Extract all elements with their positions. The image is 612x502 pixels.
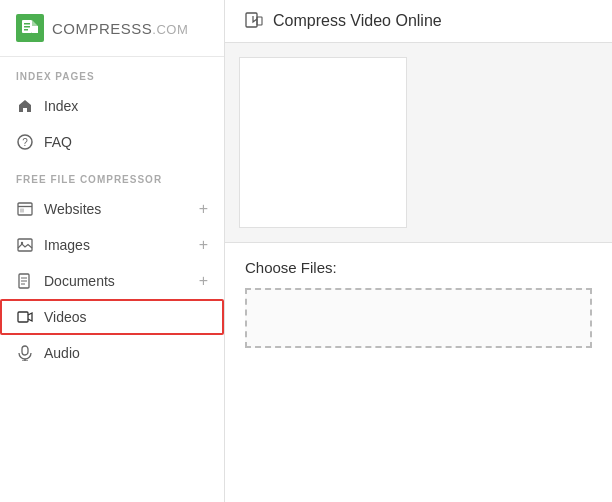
svg-rect-3	[32, 26, 38, 33]
choose-files-section: Choose Files:	[225, 243, 612, 364]
sidebar-item-audio[interactable]: Audio	[0, 335, 224, 371]
audio-icon	[16, 344, 34, 362]
sidebar-item-faq[interactable]: ? FAQ	[0, 124, 224, 160]
svg-rect-23	[257, 17, 262, 25]
logo-icon	[16, 14, 44, 42]
main-title: Compress Video Online	[273, 12, 442, 30]
svg-text:?: ?	[22, 137, 28, 148]
help-icon: ?	[16, 133, 34, 151]
sidebar-item-videos[interactable]: Videos	[0, 299, 224, 335]
preview-box-left	[239, 57, 407, 228]
sidebar-item-websites[interactable]: Websites +	[0, 191, 224, 227]
sidebar: COMPRESSS.COM INDEX PAGES Index ? FAQ FR…	[0, 0, 225, 502]
svg-rect-5	[24, 26, 30, 28]
documents-label: Documents	[44, 273, 115, 289]
documents-expand-icon[interactable]: +	[199, 272, 208, 290]
sidebar-item-images[interactable]: Images +	[0, 227, 224, 263]
video-file-icon	[245, 12, 263, 30]
svg-rect-11	[20, 209, 24, 213]
logo-main-text: COMPRESSS	[52, 20, 152, 37]
documents-icon	[16, 272, 34, 290]
preview-box-right	[417, 57, 598, 228]
audio-label: Audio	[44, 345, 80, 361]
preview-area	[225, 43, 612, 243]
websites-expand-icon[interactable]: +	[199, 200, 208, 218]
logo-area: COMPRESSS.COM	[0, 0, 224, 57]
videos-label: Videos	[44, 309, 87, 325]
sidebar-item-index[interactable]: Index	[0, 88, 224, 124]
main-content: Compress Video Online Choose Files:	[225, 0, 612, 502]
websites-icon	[16, 200, 34, 218]
faq-label: FAQ	[44, 134, 72, 150]
section-label-index: INDEX PAGES	[0, 57, 224, 88]
section-label-compressor: FREE FILE COMPRESSOR	[0, 160, 224, 191]
svg-rect-4	[24, 23, 30, 25]
images-icon	[16, 236, 34, 254]
svg-rect-12	[18, 239, 32, 251]
images-expand-icon[interactable]: +	[199, 236, 208, 254]
home-icon	[16, 97, 34, 115]
videos-icon	[16, 308, 34, 326]
sidebar-item-documents[interactable]: Documents +	[0, 263, 224, 299]
choose-files-label: Choose Files:	[245, 259, 592, 276]
svg-rect-18	[18, 312, 28, 322]
svg-rect-6	[24, 29, 28, 31]
index-label: Index	[44, 98, 78, 114]
logo-sub-text: .COM	[152, 22, 188, 37]
images-label: Images	[44, 237, 90, 253]
main-header: Compress Video Online	[225, 0, 612, 43]
file-drop-zone[interactable]	[245, 288, 592, 348]
logo-text: COMPRESSS.COM	[52, 20, 188, 37]
svg-rect-19	[22, 346, 28, 355]
websites-label: Websites	[44, 201, 101, 217]
